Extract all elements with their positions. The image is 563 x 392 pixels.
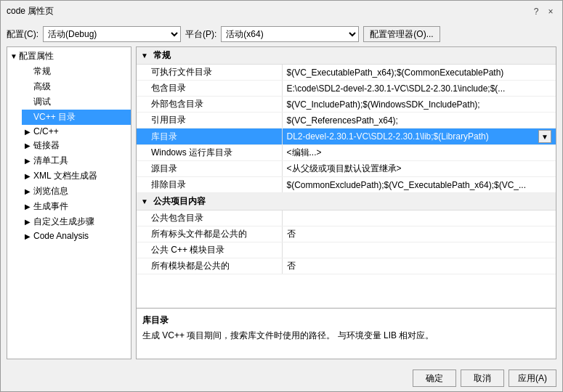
help-button[interactable]: ? [530,6,542,17]
prop-row-source[interactable]: 源目录 <从父级或项目默认设置继承> [137,161,556,177]
tree-root-arrow: ▼ [10,52,19,60]
prop-name-all-public: 所有标头文件都是公共的 [137,226,282,242]
prop-value-lib-edit: DL2-devel-2.30.1-VC\SDL2-2.30.1\lib;$(Li… [287,130,552,143]
prop-name-include: 包含目录 [137,81,282,97]
tree-item-manifest[interactable]: ▶ 清单工具 [22,153,131,168]
main-content: ▼ 配置属性 常规 高级 调试 VC++ 目录 [1,46,562,365]
apply-button[interactable]: 应用(A) [509,369,556,387]
tree-item-custom-build[interactable]: ▶ 自定义生成步骤 [22,214,131,229]
window-title: code 属性页 [7,5,54,17]
prop-row-all-public[interactable]: 所有标头文件都是公共的 否 [137,226,556,242]
section-general-header: ▼ 常规 [137,47,556,65]
prop-row-include[interactable]: 包含目录 E:\code\SDL2-devel-2.30.1-VC\SDL2-2… [137,81,556,97]
prop-name-exclude: 排除目录 [137,177,282,193]
cancel-button[interactable]: 取消 [461,369,504,387]
prop-value-all-public: 否 [282,226,556,242]
tree-item-vc-dirs[interactable]: VC++ 目录 [22,110,131,125]
props-panel: ▼ 常规 可执行文件目录 $(VC_ExecutablePath_x64);$(… [136,46,556,359]
prop-name-lib: 库目录 [137,128,282,145]
platform-select[interactable]: 活动(x64) [221,26,359,42]
tree-item-general-label: 常规 [33,65,51,78]
title-bar: code 属性页 ? × [1,1,562,22]
platform-label: 平台(P): [185,28,216,41]
tree-item-advanced[interactable]: 高级 [22,79,131,94]
prop-value-pub-include [282,211,556,226]
tree-item-linker-label: 链接器 [33,139,60,152]
tree-item-code-analysis-label: Code Analysis [33,231,89,241]
tree-item-linker[interactable]: ▶ 链接器 [22,138,131,153]
prop-value-winrt: <编辑...> [282,145,556,161]
config-label: 配置(C): [7,28,39,41]
dialog: code 属性页 ? × 配置(C): 活动(Debug) 平台(P): 活动(… [0,0,563,392]
section-public-header: ▼ 公共项目内容 [137,193,556,211]
section-general-arrow: ▼ [141,52,150,60]
config-manager-button[interactable]: 配置管理器(O)... [363,26,440,42]
tree-item-manifest-label: 清单工具 [33,155,68,167]
desc-panel: 库目录 生成 VC++ 项目期间，搜索库文件时使用的路径。 与环境变量 LIB … [137,308,556,359]
prop-name-pub-include: 公共包含目录 [137,211,282,226]
prop-value-ref: $(VC_ReferencesPath_x64); [282,113,556,128]
tree-item-xml-gen[interactable]: ▶ XML 文档生成器 [22,168,131,184]
prop-name-source: 源目录 [137,161,282,177]
tree-item-advanced-label: 高级 [33,81,51,93]
prop-value-executable: $(VC_ExecutablePath_x64);$(CommonExecuta… [282,65,556,81]
tree-item-debug-label: 调试 [33,96,51,108]
lib-edit-button[interactable]: ▼ [538,130,551,143]
tree-root-item[interactable]: ▼ 配置属性 [7,49,131,64]
prop-value-lib-text: DL2-devel-2.30.1-VC\SDL2-2.30.1\lib;$(Li… [287,131,539,142]
prop-row-pub-include[interactable]: 公共包含目录 [137,211,556,226]
config-select[interactable]: 活动(Debug) [43,26,181,42]
bottom-bar: 确定 取消 应用(A) [1,365,562,391]
prop-value-pub-module [282,242,556,258]
prop-value-all-module-public: 否 [282,258,556,274]
section-public-label: 公共项目内容 [153,196,206,206]
section-public-arrow: ▼ [141,197,150,205]
prop-value-source: <从父级或项目默认设置继承> [282,161,556,177]
prop-name-pub-module: 公共 C++ 模块目录 [137,242,282,258]
prop-row-ref[interactable]: 引用目录 $(VC_ReferencesPath_x64); [137,113,556,128]
desc-text: 生成 VC++ 项目期间，搜索库文件时使用的路径。 与环境变量 LIB 相对应。 [142,330,550,342]
toolbar: 配置(C): 活动(Debug) 平台(P): 活动(x64) 配置管理器(O)… [1,22,562,46]
tree-item-browse-label: 浏览信息 [33,185,68,197]
tree-item-custom-build-label: 自定义生成步骤 [33,216,94,228]
prop-row-exclude[interactable]: 排除目录 $(CommonExcludePath);$(VC_Executabl… [137,177,556,193]
tree-item-code-analysis[interactable]: ▶ Code Analysis [22,229,131,242]
prop-row-pub-module[interactable]: 公共 C++ 模块目录 [137,242,556,258]
tree-item-browse[interactable]: ▶ 浏览信息 [22,184,131,199]
prop-value-include: E:\code\SDL2-devel-2.30.1-VC\SDL2-2.30.1… [282,81,556,97]
prop-value-lib: DL2-devel-2.30.1-VC\SDL2-2.30.1\lib;$(Li… [282,128,556,145]
properties-table: ▼ 常规 可执行文件目录 $(VC_ExecutablePath_x64);$(… [137,47,556,274]
title-bar-controls: ? × [530,6,556,17]
tree-root-label: 配置属性 [19,50,54,62]
desc-title: 库目录 [142,314,550,327]
prop-row-all-module-public[interactable]: 所有模块都是公共的 否 [137,258,556,274]
props-table: ▼ 常规 可执行文件目录 $(VC_ExecutablePath_x64);$(… [137,47,556,308]
tree-item-general[interactable]: 常规 [22,64,131,79]
prop-value-ext-include: $(VC_IncludePath);$(WindowsSDK_IncludePa… [282,97,556,113]
prop-name-ext-include: 外部包含目录 [137,97,282,113]
tree-item-debug[interactable]: 调试 [22,94,131,110]
prop-name-ref: 引用目录 [137,113,282,128]
prop-name-all-module-public: 所有模块都是公共的 [137,258,282,274]
tree-item-cpp[interactable]: ▶ C/C++ [22,125,131,138]
prop-name-executable: 可执行文件目录 [137,65,282,81]
prop-row-winrt[interactable]: Windows 运行库目录 <编辑...> [137,145,556,161]
prop-row-executable[interactable]: 可执行文件目录 $(VC_ExecutablePath_x64);$(Commo… [137,65,556,81]
tree-item-build-events-label: 生成事件 [33,200,68,213]
prop-value-exclude: $(CommonExcludePath);$(VC_ExecutablePath… [282,177,556,193]
prop-row-ext-include[interactable]: 外部包含目录 $(VC_IncludePath);$(WindowsSDK_In… [137,97,556,113]
tree-item-xml-gen-label: XML 文档生成器 [33,170,97,182]
tree-panel: ▼ 配置属性 常规 高级 调试 VC++ 目录 [7,46,131,359]
tree-item-vc-dirs-label: VC++ 目录 [33,111,76,123]
ok-button[interactable]: 确定 [413,369,456,387]
prop-name-winrt: Windows 运行库目录 [137,145,282,161]
close-button[interactable]: × [545,6,556,17]
tree-item-cpp-label: C/C++ [33,126,59,136]
tree-children: 常规 高级 调试 VC++ 目录 ▶ C/C++ [7,64,131,242]
section-general-label: 常规 [153,50,171,60]
tree-item-build-events[interactable]: ▶ 生成事件 [22,199,131,214]
prop-row-lib[interactable]: 库目录 DL2-devel-2.30.1-VC\SDL2-2.30.1\lib;… [137,128,556,145]
